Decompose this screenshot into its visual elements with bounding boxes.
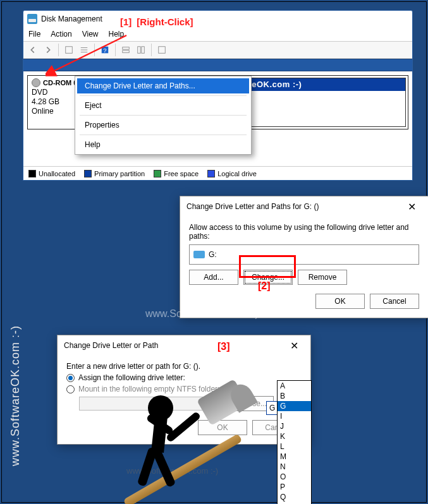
context-menu: Change Drive Letter and Paths... Eject P… — [75, 76, 252, 155]
watermark-side: www.SoftwareOK.com :-) — [9, 325, 22, 466]
letter-option[interactable]: J — [278, 421, 311, 431]
add-button[interactable]: Add... — [189, 270, 238, 285]
svg-rect-7 — [159, 47, 166, 54]
menu-file[interactable]: File — [28, 30, 40, 39]
legend-unallocated: Unallocated — [39, 170, 75, 177]
change-paths-dialog: Change Drive Letter and Paths for G: () … — [180, 196, 428, 318]
letter-option[interactable]: B — [278, 391, 311, 401]
letter-option[interactable]: G — [278, 401, 311, 411]
path-entry: G: — [209, 250, 217, 259]
menu-view[interactable]: View — [82, 30, 99, 39]
svg-rect-0 — [66, 47, 73, 54]
view3-icon[interactable] — [155, 43, 169, 57]
letter-option[interactable]: O — [278, 472, 311, 482]
letter-option[interactable]: I — [278, 411, 311, 421]
menu-help[interactable]: Help — [109, 30, 125, 39]
ctx-properties[interactable]: Properties — [77, 117, 249, 133]
letter-option[interactable]: Q — [278, 492, 311, 502]
view1-icon[interactable] — [119, 43, 133, 57]
radio-mount-folder[interactable] — [66, 385, 75, 393]
letter-option[interactable]: A — [278, 381, 311, 391]
letter-option[interactable]: K — [278, 431, 311, 441]
remove-button[interactable]: Remove — [298, 270, 347, 285]
mascot-figure — [120, 384, 259, 498]
ctx-help[interactable]: Help — [77, 137, 249, 152]
dlg2-desc: Allow access to this volume by using the… — [189, 223, 419, 241]
radio-assign-letter[interactable] — [66, 374, 75, 382]
watermark-text: www.SoftwareOK.com :-) — [145, 308, 259, 320]
svg-rect-4 — [123, 51, 130, 53]
svg-rect-3 — [123, 47, 130, 50]
svg-text:?: ? — [103, 47, 106, 54]
list-icon[interactable] — [77, 43, 91, 57]
drive-icon — [193, 251, 205, 258]
legend-primary: Primary partition — [94, 170, 145, 177]
dlg3-desc: Enter a new drive letter or path for G: … — [66, 362, 302, 371]
ok-button[interactable]: OK — [315, 294, 365, 309]
annotation-3: [3] — [217, 341, 230, 352]
letter-option[interactable]: P — [278, 482, 311, 492]
annotation-2: [2] — [258, 280, 271, 292]
dm-menu: File Action View Help — [23, 27, 412, 41]
legend-logical: Logical drive — [217, 170, 257, 177]
letter-option[interactable]: L — [278, 441, 311, 452]
ctx-eject[interactable]: Eject — [77, 98, 249, 113]
help-icon[interactable]: ? — [98, 43, 112, 57]
disk-management-icon — [27, 14, 37, 24]
dlg3-title: Change Drive Letter or Path — [64, 341, 158, 350]
back-icon[interactable] — [26, 43, 40, 57]
dlg2-title: Change Drive Letter and Paths for G: () — [186, 202, 319, 211]
forward-icon[interactable] — [41, 43, 55, 57]
dm-column-header — [23, 59, 412, 71]
svg-rect-5 — [138, 47, 140, 54]
dm-toolbar: ? — [23, 41, 412, 59]
dm-titlebar: Disk Management — [23, 11, 412, 27]
combo-value: G — [269, 404, 275, 412]
dm-title: Disk Management — [41, 15, 102, 23]
close-button[interactable]: ✕ — [284, 337, 304, 354]
ctx-change-letter[interactable]: Change Drive Letter and Paths... — [77, 78, 249, 93]
dm-legend: Unallocated Primary partition Free space… — [23, 166, 412, 180]
drive-letter-list[interactable]: ABGIJKLMNOPQRSTUWXZ — [277, 380, 312, 504]
menu-action[interactable]: Action — [51, 30, 71, 39]
letter-option[interactable]: N — [278, 462, 311, 472]
legend-free: Free space — [164, 170, 199, 177]
refresh-icon[interactable] — [62, 43, 76, 57]
letter-option[interactable]: M — [278, 452, 311, 462]
annotation-1: [1] [Right-Click] — [120, 16, 193, 27]
close-button[interactable]: ✕ — [401, 198, 422, 215]
path-list[interactable]: G: — [189, 244, 419, 265]
svg-rect-6 — [142, 47, 144, 54]
view2-icon[interactable] — [134, 43, 148, 57]
opt-assign-label: Assign the following drive letter: — [78, 373, 185, 382]
disk-name: CD-ROM 0 — [43, 79, 77, 87]
cdrom-icon — [32, 78, 40, 87]
cancel-button[interactable]: Cancel — [370, 294, 419, 309]
